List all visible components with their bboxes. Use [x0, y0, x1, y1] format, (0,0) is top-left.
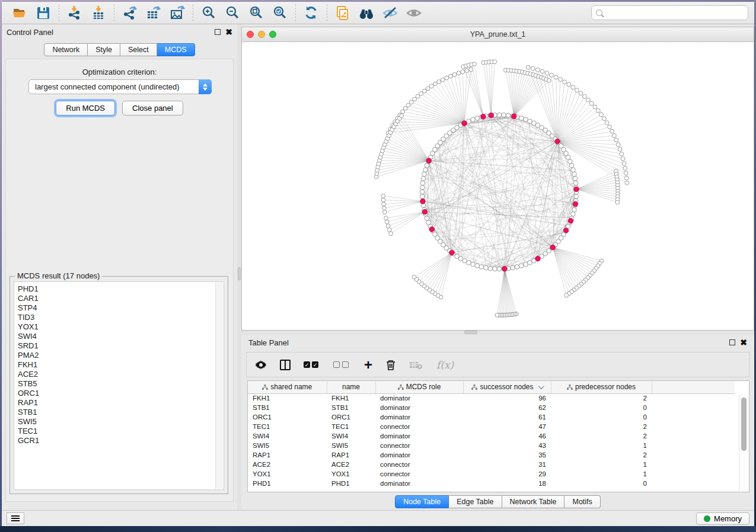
- search-binoculars-icon[interactable]: [355, 4, 378, 23]
- table-cell[interactable]: 1: [551, 469, 652, 479]
- node-table[interactable]: shared namenameMCDS rolesuccessor nodesp…: [247, 380, 749, 492]
- table-cell[interactable]: 1: [551, 441, 652, 450]
- table-cell[interactable]: PHD1: [327, 479, 375, 488]
- table-cell[interactable]: 43: [463, 441, 551, 450]
- table-cell[interactable]: STB1: [248, 403, 327, 412]
- close-panel-button[interactable]: Close panel: [122, 101, 183, 116]
- table-cell[interactable]: YOX1: [327, 469, 375, 479]
- search-field[interactable]: [591, 5, 748, 20]
- mcds-result-item[interactable]: SWI4: [18, 332, 224, 341]
- vertical-splitter[interactable]: [237, 24, 241, 510]
- table-cell[interactable]: SWI4: [327, 431, 375, 441]
- table-cell[interactable]: 18: [463, 479, 551, 488]
- table-cell[interactable]: ORC1: [327, 412, 375, 422]
- float-panel-icon[interactable]: [729, 339, 735, 345]
- table-cell[interactable]: 61: [463, 412, 551, 422]
- column-header-shared-name[interactable]: shared name: [248, 381, 327, 393]
- table-cell[interactable]: dominator: [375, 403, 463, 412]
- close-panel-icon[interactable]: ✖: [740, 339, 747, 345]
- table-cell[interactable]: 2: [551, 450, 652, 460]
- network-canvas[interactable]: [242, 43, 754, 330]
- table-row[interactable]: SWI4SWI4dominator462: [248, 431, 735, 441]
- table-row[interactable]: TEC1TEC1connector472: [248, 422, 735, 431]
- column-header-successor-nodes[interactable]: successor nodes: [463, 381, 551, 393]
- table-cell[interactable]: connector: [375, 441, 463, 450]
- table-tab-network-table[interactable]: Network Table: [502, 495, 565, 508]
- table-cell[interactable]: 35: [463, 450, 551, 460]
- table-cell[interactable]: STB1: [327, 403, 375, 412]
- table-row[interactable]: PHD1PHD1dominator180: [248, 479, 735, 488]
- horizontal-splitter[interactable]: [241, 331, 754, 335]
- mcds-result-item[interactable]: ACE2: [18, 370, 224, 379]
- table-cell[interactable]: dominator: [375, 479, 463, 488]
- table-cell[interactable]: PHD1: [248, 479, 327, 488]
- mcds-result-item[interactable]: STP4: [18, 303, 224, 313]
- run-mcds-button[interactable]: Run MCDS: [56, 101, 115, 116]
- table-cell[interactable]: YOX1: [248, 469, 327, 479]
- table-cell[interactable]: SWI4: [248, 431, 327, 441]
- table-cell[interactable]: connector: [375, 460, 463, 469]
- table-cell[interactable]: 31: [463, 460, 551, 469]
- save-icon[interactable]: [31, 4, 55, 23]
- mcds-result-item[interactable]: YOX1: [18, 322, 224, 332]
- table-cell[interactable]: RAP1: [327, 450, 375, 460]
- float-panel-icon[interactable]: [215, 29, 221, 35]
- table-tab-node-table[interactable]: Node Table: [395, 495, 449, 508]
- table-row[interactable]: ORC1ORC1dominator610: [248, 412, 735, 422]
- table-scrollbar-thumb[interactable]: [741, 398, 747, 451]
- table-cell[interactable]: dominator: [375, 431, 463, 441]
- table-row[interactable]: ACE2ACE2connector311: [248, 460, 735, 469]
- table-cell[interactable]: 46: [463, 431, 551, 441]
- table-cell[interactable]: connector: [375, 469, 463, 479]
- optimization-criterion-dropdown[interactable]: largest connected component (undirected): [28, 79, 212, 94]
- mcds-result-item[interactable]: SRD1: [18, 341, 224, 351]
- memory-button[interactable]: Memory: [696, 512, 749, 525]
- add-row-icon[interactable]: +: [364, 360, 372, 370]
- splitter-handle[interactable]: [238, 267, 241, 280]
- mcds-result-item[interactable]: SWI5: [18, 417, 224, 427]
- table-cell[interactable]: dominator: [375, 412, 463, 422]
- deselect-all-checkboxes-icon[interactable]: [333, 361, 351, 368]
- search-input[interactable]: [605, 9, 744, 17]
- splitter-handle[interactable]: [464, 331, 477, 334]
- column-header-MCDS-role[interactable]: MCDS role: [375, 381, 463, 393]
- table-tab-motifs[interactable]: Motifs: [564, 495, 600, 508]
- show-columns-icon[interactable]: [280, 360, 291, 370]
- table-cell[interactable]: connector: [375, 422, 463, 431]
- mcds-result-item[interactable]: TEC1: [18, 427, 224, 436]
- table-row[interactable]: STB1STB1dominator620: [248, 403, 735, 412]
- table-options-gear-icon[interactable]: [255, 359, 267, 371]
- clone-network-icon[interactable]: [331, 4, 355, 23]
- export-image-icon[interactable]: [165, 4, 189, 23]
- mcds-result-item[interactable]: TID3: [18, 313, 224, 322]
- mcds-result-item[interactable]: PMA2: [18, 351, 224, 360]
- select-all-checkboxes-icon[interactable]: ✓✓: [304, 361, 320, 368]
- table-row[interactable]: YOX1YOX1connector291: [248, 469, 735, 479]
- refresh-icon[interactable]: [299, 4, 323, 23]
- tab-select[interactable]: Select: [120, 43, 157, 56]
- table-cell[interactable]: TEC1: [248, 422, 327, 431]
- table-cell[interactable]: dominator: [375, 450, 463, 460]
- import-network-icon[interactable]: [63, 4, 87, 23]
- table-cell[interactable]: TEC1: [327, 422, 375, 431]
- table-cell[interactable]: 1: [551, 460, 652, 469]
- hide-selected-icon[interactable]: [378, 4, 402, 23]
- delete-rows-icon[interactable]: [385, 359, 396, 371]
- import-table-icon[interactable]: [87, 4, 110, 23]
- table-scrollbar[interactable]: [739, 394, 748, 491]
- table-cell[interactable]: SWI5: [327, 441, 375, 450]
- table-tab-edge-table[interactable]: Edge Table: [449, 495, 502, 508]
- task-history-button[interactable]: [7, 512, 24, 524]
- table-row[interactable]: FKH1FKH1dominator962: [248, 393, 735, 403]
- table-cell[interactable]: RAP1: [248, 450, 327, 460]
- export-network-icon[interactable]: [118, 4, 142, 23]
- zoom-selected-icon[interactable]: [268, 4, 292, 23]
- show-all-icon[interactable]: [402, 4, 426, 23]
- mcds-result-item[interactable]: FKH1: [18, 360, 224, 370]
- table-row[interactable]: SWI5SWI5connector431: [248, 441, 735, 450]
- table-cell[interactable]: 29: [463, 469, 551, 479]
- table-cell[interactable]: SWI5: [248, 441, 327, 450]
- mcds-result-item[interactable]: RAP1: [18, 398, 224, 408]
- zoom-out-icon[interactable]: [221, 4, 244, 23]
- mcds-result-item[interactable]: PHD1: [18, 284, 224, 294]
